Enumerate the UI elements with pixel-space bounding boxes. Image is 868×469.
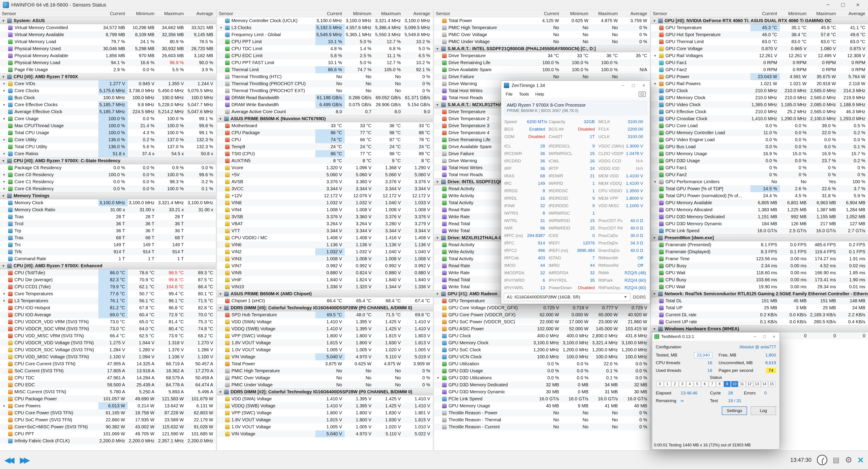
section-header[interactable]: ▾CPU [#0]: AMD Ryzen 7 9700X: Enhanced (0, 262, 216, 269)
section-header[interactable]: ▾ASUS PRIME B650M-K (AMD Chipset) (217, 290, 433, 297)
sensor-row[interactable]: VIN41.008 V1.008 V1.008 V1.008 V (217, 206, 433, 213)
sensor-row[interactable]: Frequency Limit - Global5,549.9 MHz5,365… (217, 31, 433, 38)
sensor-row[interactable]: GPU Memory Allocated1,383 MB1,225 MB1,38… (651, 206, 868, 213)
sensor-row[interactable]: CPU SoC Power (SVI3 TFN)22.860 W17.935 W… (0, 416, 216, 423)
sensor-row[interactable]: Infinity Fabric Clock (FCLK)2,200.0 MHz2… (0, 437, 216, 444)
sensor-row[interactable]: Total DL151 MB45 MB151 MB148 MB (651, 297, 868, 304)
next-page-arrows-icon[interactable]: ▶▶ (20, 456, 30, 465)
sensor-row[interactable]: Core+SoC+MISC Power (SVI3 TFN)90.382 W43… (0, 423, 216, 430)
sensor-row[interactable]: +12V12.172 V12.076 V12.172 V12.172 V (217, 192, 433, 199)
dimm-select[interactable]: A1: IG16G6400D5SP28W (16GB, SR) ▼ (504, 293, 630, 301)
sensor-row[interactable]: ▾Core C0 Residency100.0 %0.0 %100.0 %99.… (0, 171, 216, 178)
column-header-minimum[interactable]: Minimum (128, 10, 157, 17)
sensor-row[interactable]: PMIC High TemperatureNoNoNo0 % (434, 24, 650, 31)
sensor-row[interactable]: Page File Usage2.9 %0.0 %5.5 %3.9 % (0, 66, 216, 73)
sensor-row[interactable]: CPU Wait19.90 ms0.00 ms29.34 ms0.01 ms (651, 283, 868, 290)
sensor-row[interactable]: ▾Core Temperatures77.6 °C50.7 °C99.4 °C8… (0, 290, 216, 297)
sensor-row[interactable]: GPU SoC Power (VDDCR_SOC)22.000 W17.000 … (434, 318, 650, 325)
sensor-row[interactable]: ▾Core C6 Residency0.0 %0.0 %100.0 %0.1 % (0, 185, 216, 192)
sensor-row[interactable]: 3VCC3.344 V3.344 V3.344 V3.344 V (217, 185, 433, 192)
sensor-row[interactable]: ▾L3 Clocks5,192.5 MHz4,557.6 MHz5,386.4 … (217, 24, 433, 31)
sensor-row[interactable]: VPP (SWC) Voltage1.800 V1.800 V1.815 V1.… (217, 332, 433, 339)
previous-page-arrows-icon[interactable]: ◀◀ (4, 456, 14, 465)
sensor-row[interactable]: Bus Clock100.0 MHz100.0 MHz100.0 MHz100.… (0, 94, 216, 101)
sensor-row[interactable]: GPU Clock400.0 MHz400.0 MHz2,800.0 MHz43… (434, 332, 650, 339)
sensor-row[interactable]: CPU TDC Limit4.8 %1.4 %6.8 %5.0 % (217, 45, 433, 52)
column-header-current[interactable]: Current (532, 10, 562, 17)
sensor-row[interactable]: CPU CCD1 (Tdie)79.9 °C62.1 °C104.6 °C86.… (0, 283, 216, 290)
column-header-maximum[interactable]: Maximum (809, 10, 839, 17)
sensor-row[interactable]: CPU Die (average)82.3 °C70.9 °C99.8 °C87… (0, 276, 216, 283)
sensor-row[interactable]: PMIC Over VoltageNoNoNo0 % (434, 31, 650, 38)
sensor-row[interactable]: Drive Temperature34 °C33 °C36 °C35 °C (434, 52, 650, 59)
sensor-row[interactable]: ▾Core Ratios51.8 x37.4 x54.5 x50.8 x (0, 150, 216, 157)
section-header[interactable]: ▾CPU [#0]: AMD Ryzen 7 9700X (0, 73, 216, 80)
sensor-row[interactable]: VDD (SWA) Voltage1.410 V1.395 V1.425 V1.… (217, 318, 433, 325)
gear-icon[interactable]: ⚙ (845, 455, 852, 465)
sensor-row[interactable]: ▾GPU Rail Voltages12.261 V12.261 V12.495… (651, 52, 868, 59)
sensor-row[interactable]: Throttle Reason - PowerNoNoNo0 % (434, 409, 650, 416)
sensor-row[interactable]: VIN61.136 V1.136 V1.136 V1.136 V (217, 241, 433, 248)
sensor-row[interactable]: CPU EDC Limit5.8 %2.5 %11.1 %6.5 % (217, 52, 433, 59)
screenshot-icon[interactable] (639, 92, 646, 97)
sensor-row[interactable]: GPU Effective Clock210.0 MHz25.2 MHz2,56… (651, 108, 868, 115)
sensor-row[interactable]: GPU Fan10 RPM0 RPM0 RPM0 RPM (651, 59, 868, 66)
section-header[interactable]: ▾Network: RealTek Semiconductor RTL8125 … (651, 290, 868, 297)
sensor-row[interactable]: Chipset 1 (xHCI)66.4 °C65.4 °C68.4 °C67.… (217, 297, 433, 304)
sensor-row[interactable]: DRAM Read Bandwidth61.188 GB/s0.286 GB/s… (217, 94, 433, 101)
sensor-row[interactable]: GPU Fan10 %0 %0 %0 % (651, 164, 868, 171)
column-header-average[interactable]: Average (403, 10, 433, 17)
menu-item-help[interactable]: Help (532, 91, 547, 98)
sensor-row[interactable]: PCIe Link Speed16.0 GT/s16.0 GT/s16.0 GT… (434, 395, 650, 402)
sensor-row[interactable]: VIN81.032 V1.032 V1.040 V1.033 V (217, 199, 433, 206)
clock-icon[interactable] (817, 455, 827, 465)
section-header[interactable]: ▾GPU [#0]: NVIDIA GeForce RTX 4060 Ti: A… (651, 17, 868, 24)
sensor-row[interactable]: Physical Memory Used30,046 MB5,298 MB30,… (0, 45, 216, 52)
sensor-row[interactable]: GPU Memory Controller Load11.0 %0.0 %22.… (651, 129, 868, 136)
sensor-row[interactable]: VIN21.032 V1.032 V1.040 V1.040 V (217, 248, 433, 255)
sensor-row[interactable]: Max CPU/Thread Usage100.0 %21.4 %100.0 %… (0, 122, 216, 129)
sensor-row[interactable]: PMIC Under VoltageNoNoNo0 % (434, 38, 650, 45)
column-header-average[interactable]: Average (186, 10, 216, 17)
sensor-row[interactable]: GPU D3D Memory Dedicated1,151 MB992 MB1,… (651, 213, 868, 220)
sensor-row[interactable]: VTT3.344 V3.344 V3.344 V3.344 V (217, 227, 433, 234)
sensor-row[interactable]: GPU Video Clock1,365.0 MHz1,185.0 MHz2,0… (651, 101, 868, 108)
sensor-row[interactable]: PMIC High TemperatureNoNoNo0 % (217, 367, 433, 374)
sensor-row[interactable]: ▾Core C1 Residency0.0 %0.0 %98.3 %0.2 % (0, 178, 216, 185)
sensor-row[interactable]: Frame Time123.56 ms0.00 ms174.27 ms1.91 … (651, 255, 868, 262)
sensor-row[interactable]: CPU Package Power101.057 W49.690 W121.58… (0, 395, 216, 402)
sensor-row[interactable]: Trcd36 T36 T36 T (0, 220, 216, 227)
maximize-icon[interactable]: □ (760, 332, 769, 341)
sensor-row[interactable]: GPU Memory Usage16.9 %15.0 %16.9 %15.7 % (651, 150, 868, 157)
sensor-row[interactable]: ▾GPU Rail Powers1.021 W1.021 W20.918 W2.… (651, 80, 868, 87)
sensor-row[interactable]: VIN Voltage5.040 V4.970 V5.110 V5.022 V (217, 430, 433, 437)
testmem5-titlebar[interactable]: TestMem5 0.13.1 − □ × (652, 332, 780, 341)
sensor-row[interactable]: Physical Memory Load94.1 %16.6 %96.9 %90… (0, 59, 216, 66)
sensor-row[interactable]: CPU VDDIO / MC1.408 V1.408 V1.416 V1.408… (217, 234, 433, 241)
sensor-row[interactable]: GPU Wait118.60 ms0.00 ms166.90 ms1.85 ms (651, 269, 868, 276)
sensor-row[interactable]: Temp924 °C24 °C24 °C24 °C (217, 143, 433, 150)
sensor-row[interactable]: Throttle Reason - CurrentNoNoNo0 % (434, 423, 650, 430)
sensor-row[interactable]: GPU Memory Available6,805 MB6,801 MB6,96… (651, 199, 868, 206)
sensor-row[interactable]: Current UP rate0.1 KB/s0.0 KB/s280.5 KB/… (651, 318, 868, 325)
sensor-row[interactable]: AVSB3.376 V3.360 V3.376 V3.376 V (217, 178, 433, 185)
section-header[interactable]: ▾Windows Hardware Errors (WHEA) (651, 325, 868, 332)
column-header-current[interactable]: Current (98, 10, 128, 17)
sensor-row[interactable]: Memory Clock3,100.0 MHz3,100.0 MHz3,321.… (0, 199, 216, 206)
sensor-row[interactable]: CPU Core Power (SVI3 TFN)61.165 W18.758 … (0, 409, 216, 416)
close-icon[interactable]: × (850, 0, 865, 10)
sensor-row[interactable]: GPU D3D Memory Dynamic30 MB0 MB31 MB30 M… (434, 388, 650, 395)
maximize-icon[interactable]: □ (835, 0, 850, 10)
section-header[interactable]: ▾System: ASUS (0, 17, 216, 24)
sensor-row[interactable]: GPU Core Voltage (VDDCR_GFX)0.725 V0.719… (434, 304, 650, 311)
section-header[interactable]: ▾DDR5 DIMM [#0]: Colorful Technology IG1… (217, 304, 433, 311)
sensor-row[interactable]: GPU D3D Usage0.0 %0.0 %0.1 %0.0 % (434, 367, 650, 374)
column-header-sensor[interactable]: Sensor (0, 10, 98, 17)
sensor-row[interactable]: ▾Core Effective Clocks5,185.7 MHz9.8 MHz… (0, 101, 216, 108)
section-header[interactable]: ▾ASUS PRIME B650M-K (Nuvoton NCT6799D) (217, 115, 433, 122)
sensor-row[interactable]: GPU Hot Spot Temperature46.0 °C38.4 °C57… (651, 31, 868, 38)
sensor-row[interactable]: PMIC Over VoltageNoNoNo0 % (217, 374, 433, 381)
sensor-row[interactable]: GPU Clock210.0 MHz210.0 MHz2,565.0 MHz21… (651, 87, 868, 94)
sensor-row[interactable]: DRAM Write Bandwidth6.499 GB/s0.075 GB/s… (217, 101, 433, 108)
sensor-row[interactable]: Thermal Throttling (PROCHOT CPU)NoNoNo0 … (217, 80, 433, 87)
